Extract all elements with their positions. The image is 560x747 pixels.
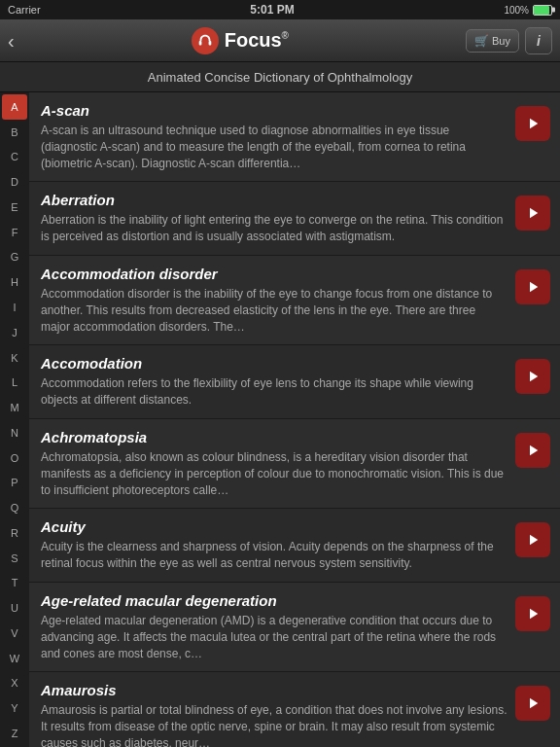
nav-actions: 🛒 Buy i <box>466 27 552 54</box>
alpha-item-j[interactable]: J <box>0 320 29 345</box>
entry-text: Accommodation disorderAccommodation diso… <box>41 266 508 335</box>
entry-description: Achromatopsia, also known as colour blin… <box>41 449 508 498</box>
entry-text: AcuityAcuity is the clearness and sharpn… <box>41 518 508 572</box>
focus-logo-icon <box>192 27 219 54</box>
list-item[interactable]: AchromatopsiaAchromatopsia, also known a… <box>29 419 560 509</box>
headphone-icon <box>196 32 214 50</box>
alpha-item-d[interactable]: D <box>0 169 29 195</box>
battery-percent: 100% <box>504 5 529 16</box>
entries-list: A-scanA-scan is an ultrasound technique … <box>29 92 560 747</box>
entry-description: Acuity is the clearness and sharpness of… <box>41 539 508 572</box>
list-item[interactable]: AberrationAberration is the inability of… <box>29 182 560 256</box>
alpha-item-x[interactable]: X <box>0 671 29 696</box>
nav-logo: Focus® <box>192 27 289 54</box>
entry-title: Acuity <box>41 518 508 535</box>
list-item[interactable]: Age-related macular degenerationAge-rela… <box>29 583 560 672</box>
alpha-item-m[interactable]: M <box>0 395 29 420</box>
video-button[interactable] <box>515 106 550 141</box>
video-button[interactable] <box>515 522 550 557</box>
play-icon <box>524 605 542 622</box>
play-icon <box>524 204 542 222</box>
entry-title: Amaurosis <box>41 682 508 698</box>
play-icon <box>524 442 542 459</box>
alpha-item-o[interactable]: O <box>0 445 29 471</box>
entry-description: A-scan is an ultrasound technique used t… <box>41 123 508 171</box>
entry-description: Amaurosis is partial or total blindness … <box>41 702 508 747</box>
alpha-item-e[interactable]: E <box>0 195 29 220</box>
entry-text: AmaurosisAmaurosis is partial or total b… <box>41 682 508 747</box>
alpha-item-q[interactable]: Q <box>0 495 29 520</box>
info-button[interactable]: i <box>525 27 552 54</box>
play-icon <box>524 531 542 549</box>
alpha-item-p[interactable]: P <box>0 470 29 495</box>
app-title: Focus® <box>225 29 289 52</box>
alpha-item-v[interactable]: V <box>0 621 29 646</box>
alpha-item-i[interactable]: I <box>0 295 29 320</box>
entry-text: A-scanA-scan is an ultrasound technique … <box>41 102 508 171</box>
entry-description: Age-related macular degeneration (AMD) i… <box>41 613 508 661</box>
alphabet-sidebar: ABCDEFGHIJKLMNOPQRSTUVWXYZ <box>0 92 29 747</box>
back-button[interactable]: ‹ <box>8 31 15 51</box>
alpha-item-r[interactable]: R <box>0 520 29 546</box>
video-button[interactable] <box>515 269 550 304</box>
alpha-item-c[interactable]: C <box>0 145 29 170</box>
video-button[interactable] <box>515 686 550 721</box>
main-content: ABCDEFGHIJKLMNOPQRSTUVWXYZ A-scanA-scan … <box>0 92 560 747</box>
alpha-item-h[interactable]: H <box>0 269 29 295</box>
list-item[interactable]: AcuityAcuity is the clearness and sharpn… <box>29 509 560 583</box>
video-button[interactable] <box>515 596 550 631</box>
buy-label: Buy <box>492 35 510 47</box>
back-arrow-icon: ‹ <box>8 31 15 51</box>
entry-text: AchromatopsiaAchromatopsia, also known a… <box>41 429 508 498</box>
alpha-item-n[interactable]: N <box>0 420 29 445</box>
video-button[interactable] <box>515 359 550 394</box>
entry-description: Accommodation disorder is the inability … <box>41 286 508 335</box>
entry-text: AccomodationAccommodation refers to the … <box>41 355 508 409</box>
alpha-item-g[interactable]: G <box>0 245 29 270</box>
entry-title: A-scan <box>41 102 508 119</box>
list-item[interactable]: AmaurosisAmaurosis is partial or total b… <box>29 672 560 747</box>
entry-title: Achromatopsia <box>41 429 508 445</box>
alpha-item-y[interactable]: Y <box>0 695 29 721</box>
battery-area: 100% <box>504 5 552 16</box>
alpha-item-b[interactable]: B <box>0 120 29 145</box>
alpha-item-l[interactable]: L <box>0 370 29 395</box>
list-item[interactable]: A-scanA-scan is an ultrasound technique … <box>29 92 560 182</box>
play-icon <box>524 115 542 132</box>
svg-rect-0 <box>198 41 201 46</box>
entry-text: Age-related macular degenerationAge-rela… <box>41 592 508 661</box>
entry-title: Accomodation <box>41 355 508 372</box>
entry-description: Accommodation refers to the flexibility … <box>41 375 508 409</box>
alpha-item-z[interactable]: Z <box>0 721 29 746</box>
info-icon: i <box>537 33 541 49</box>
alpha-item-w[interactable]: W <box>0 646 29 671</box>
play-icon <box>524 278 542 296</box>
alpha-item-a[interactable]: A <box>2 94 27 120</box>
time-label: 5:01 PM <box>250 3 294 17</box>
status-bar: Carrier 5:01 PM 100% <box>0 0 560 19</box>
play-icon <box>524 694 542 712</box>
entry-text: AberrationAberration is the inability of… <box>41 192 508 245</box>
list-item[interactable]: AccomodationAccommodation refers to the … <box>29 345 560 419</box>
list-item[interactable]: Accommodation disorderAccommodation diso… <box>29 256 560 345</box>
entry-title: Aberration <box>41 192 508 208</box>
video-button[interactable] <box>515 433 550 468</box>
carrier-label: Carrier <box>8 4 41 16</box>
video-button[interactable] <box>515 196 550 231</box>
entry-description: Aberration is the inability of light ent… <box>41 212 508 245</box>
entry-title: Accommodation disorder <box>41 266 508 282</box>
page-title: Animated Concise Dictionary of Ophthalmo… <box>148 70 412 85</box>
buy-button[interactable]: 🛒 Buy <box>466 29 519 53</box>
cart-icon: 🛒 <box>474 34 489 48</box>
alpha-item-s[interactable]: S <box>0 546 29 571</box>
svg-rect-1 <box>208 41 211 46</box>
alpha-item-t[interactable]: T <box>0 571 29 596</box>
entry-title: Age-related macular degeneration <box>41 592 508 609</box>
alpha-item-u[interactable]: U <box>0 595 29 621</box>
battery-icon <box>533 5 552 16</box>
alpha-item-k[interactable]: K <box>0 345 29 371</box>
alpha-item-f[interactable]: F <box>0 220 29 245</box>
play-icon <box>524 368 542 385</box>
page-title-bar: Animated Concise Dictionary of Ophthalmo… <box>0 62 560 92</box>
nav-bar: ‹ Focus® 🛒 Buy i <box>0 19 560 62</box>
